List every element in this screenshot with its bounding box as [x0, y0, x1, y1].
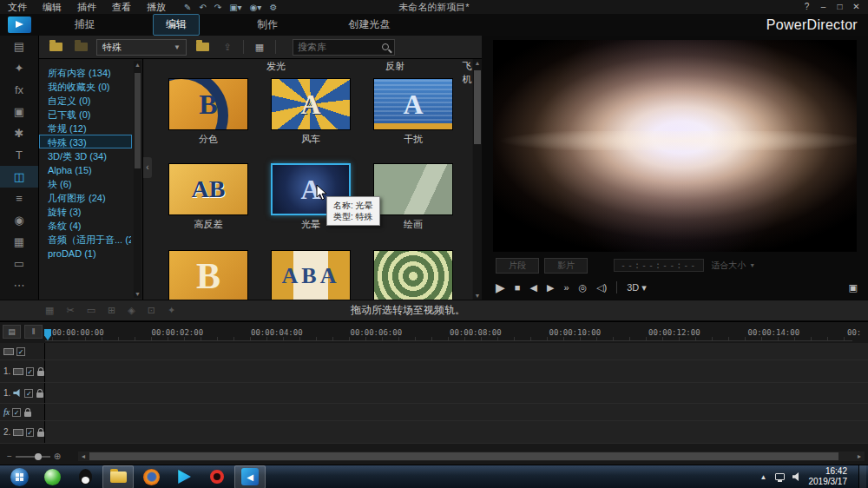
chapter-room-icon[interactable]: ▦ — [0, 231, 38, 253]
start-button[interactable] — [3, 465, 35, 488]
google-play-icon[interactable] — [168, 465, 200, 488]
effects-icon[interactable]: ✦ — [168, 305, 175, 316]
category-scrollbar[interactable]: ▲ ▼ — [134, 61, 141, 298]
fullscreen-button[interactable]: ▣ — [849, 282, 858, 293]
grid-scrollbar[interactable]: ▲ ▼ — [473, 59, 482, 300]
category-item-2[interactable]: 自定义 (0) — [39, 93, 132, 107]
track-enable-checkbox[interactable]: ✓ — [26, 367, 35, 376]
menu-file[interactable]: 文件 — [0, 0, 35, 14]
menu-plugins[interactable]: 插件 — [69, 0, 104, 14]
effect-room-icon[interactable]: ✦ — [0, 57, 38, 79]
timeline-hscrollbar[interactable]: ◂ ▸ — [78, 452, 865, 461]
track-manager-button[interactable]: ▤ — [3, 325, 21, 339]
category-item-10[interactable]: 旋转 (3) — [39, 204, 132, 218]
timeline-lane-track-select-row[interactable] — [45, 343, 868, 359]
timeline-lane-audio-track-1[interactable] — [45, 383, 868, 403]
scroll-down-icon[interactable]: ▼ — [473, 293, 482, 299]
menu-edit[interactable]: 编辑 — [35, 0, 69, 14]
snapshot-button[interactable]: ◎ — [579, 282, 588, 293]
movie-mode-button[interactable]: 影片 — [544, 258, 588, 274]
zoom-out-icon[interactable]: − — [7, 452, 12, 461]
trim-icon[interactable]: ▭ — [87, 305, 95, 316]
track-lock-icon[interactable] — [24, 412, 31, 417]
powerdirector-icon[interactable]: ◀ — [234, 465, 266, 488]
upload-button[interactable]: ⇪ — [218, 39, 237, 55]
title-room-icon[interactable]: T — [0, 144, 38, 166]
minimize-button[interactable]: – — [815, 0, 832, 14]
scroll-up-icon[interactable]: ▲ — [473, 60, 482, 66]
stop-button[interactable]: ■ — [515, 282, 521, 293]
category-item-3[interactable]: 已下载 (0) — [39, 107, 132, 121]
zoom-slider-knob[interactable] — [35, 453, 42, 460]
fx-room-icon[interactable]: fx — [0, 79, 38, 101]
fast-forward-button[interactable]: » — [563, 282, 569, 293]
search-input[interactable] — [293, 42, 382, 52]
category-item-5[interactable]: 特殊 (33) — [39, 135, 132, 148]
subtitle-room-icon[interactable]: ▭ — [0, 253, 38, 274]
undo-icon[interactable]: ↶ — [199, 3, 206, 12]
category-item-6[interactable]: 3D/类 3D (34) — [39, 148, 132, 162]
pip-objects-room-icon[interactable]: ▣ — [0, 101, 38, 122]
show-desktop-button[interactable] — [858, 465, 866, 488]
previous-frame-button[interactable]: ◀ — [529, 282, 536, 293]
file-explorer-icon[interactable] — [102, 465, 134, 488]
play-button[interactable]: ▶ — [496, 280, 505, 294]
download-content-button[interactable] — [71, 39, 90, 55]
taskbar-clock[interactable]: 16:42 2019/3/17 — [809, 466, 852, 487]
track-lock-icon[interactable] — [36, 392, 43, 398]
edit-tool-icon[interactable]: ✎ — [184, 3, 191, 12]
fit-size-dropdown[interactable]: 适合大小 ▼ — [711, 260, 755, 272]
category-filter-dropdown[interactable]: 特殊 ▼ — [96, 39, 187, 56]
import-media-button[interactable] — [46, 39, 65, 55]
menu-view[interactable]: 查看 — [104, 0, 139, 14]
category-item-8[interactable]: 块 (6) — [39, 176, 132, 190]
category-item-9[interactable]: 几何图形 (24) — [39, 190, 132, 204]
transition-thumb-风车[interactable]: A — [271, 78, 351, 130]
next-frame-button[interactable]: ▶ — [547, 282, 554, 293]
zoom-slider[interactable] — [16, 456, 50, 458]
select-tool-icon[interactable]: ▦ — [45, 305, 54, 316]
menu-play[interactable]: 播放 — [139, 0, 174, 14]
scroll-right-icon[interactable]: ▸ — [854, 452, 865, 460]
collapse-categories-button[interactable]: ‹ — [143, 157, 152, 178]
browser-green-icon[interactable] — [36, 465, 68, 488]
transition-thumb-分色[interactable]: B — [168, 78, 248, 130]
3d-mode-button[interactable]: 3D ▾ — [627, 282, 647, 293]
particle-room-icon[interactable]: ✱ — [0, 122, 38, 144]
audio-mixing-room-icon[interactable]: ≡ — [0, 188, 38, 209]
qq-icon[interactable] — [69, 465, 101, 488]
hscrollbar-thumb[interactable] — [89, 452, 838, 460]
fit-timeline-button[interactable]: ‖ — [24, 325, 43, 339]
preview-video[interactable] — [493, 40, 857, 252]
category-item-4[interactable]: 常规 (12) — [39, 121, 132, 135]
track-enable-checkbox[interactable]: ✓ — [16, 347, 25, 356]
transition-thumb-高反差[interactable]: AB — [168, 163, 248, 215]
transition-thumb-r2c1[interactable]: ABA — [271, 250, 351, 300]
transition-thumb-绘画[interactable] — [373, 163, 453, 215]
track-enable-checkbox[interactable]: ✓ — [12, 408, 21, 417]
record-menu-icon[interactable]: ◉▾ — [250, 3, 262, 12]
clip-mode-button[interactable]: 片段 — [496, 258, 539, 274]
tools-icon[interactable]: ⊞ — [108, 305, 115, 316]
firefox-icon[interactable] — [135, 465, 167, 488]
scroll-left-icon[interactable]: ◂ — [78, 452, 89, 460]
category-item-11[interactable]: 条纹 (4) — [39, 218, 132, 232]
scrollbar-thumb[interactable] — [474, 70, 481, 144]
help-button[interactable]: ? — [799, 0, 815, 14]
track-lock-icon[interactable] — [37, 371, 44, 376]
speaker-icon[interactable] — [792, 472, 801, 481]
zoom-in-icon[interactable]: ⊕ — [54, 452, 61, 461]
grid-view-button[interactable]: ▦ — [250, 39, 269, 55]
transition-thumb-r2c0[interactable]: B — [168, 250, 248, 300]
tab-capture[interactable]: 捕捉 — [62, 14, 108, 36]
more-rooms-icon[interactable]: ⋯ — [0, 274, 38, 296]
scroll-down-icon[interactable]: ▼ — [134, 291, 141, 297]
scrollbar-thumb[interactable] — [135, 73, 141, 168]
timeline-lane-video-track-1[interactable] — [45, 360, 868, 382]
media-room-icon[interactable]: ▤ — [0, 36, 38, 57]
new-folder-button[interactable] — [193, 39, 212, 55]
category-item-1[interactable]: 我的收藏夹 (0) — [39, 79, 132, 93]
tab-produce[interactable]: 制作 — [244, 14, 291, 36]
capture-menu-icon[interactable]: ▣▾ — [229, 3, 241, 12]
category-item-12[interactable]: 音频（适用于音... (2) — [39, 232, 132, 246]
